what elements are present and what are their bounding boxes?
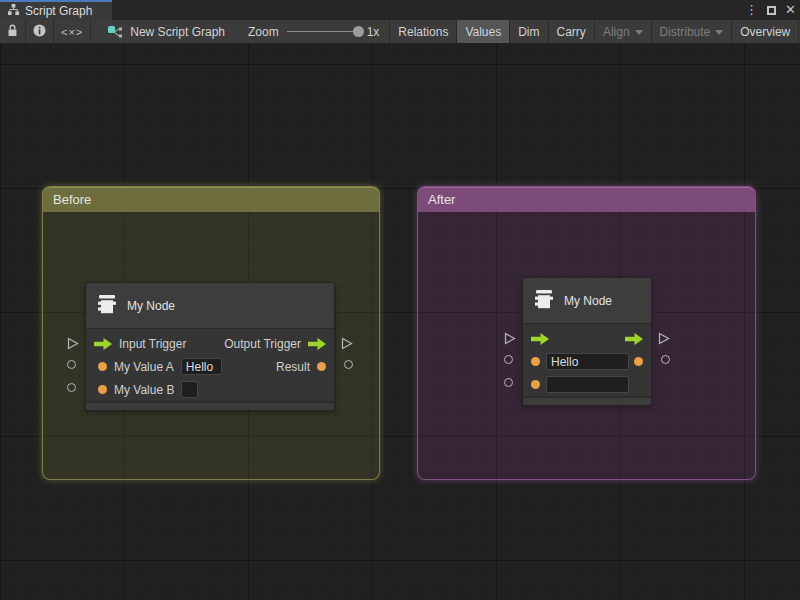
node-after-header[interactable]: My Node [523,278,651,324]
flow-out-port[interactable] [625,333,643,345]
zoom-control: Zoom 1x [232,20,390,43]
port-row [523,327,651,350]
carry-button[interactable]: Carry [549,20,595,43]
port-label-my-value-a: My Value A [114,360,174,374]
external-value-port[interactable] [504,378,513,387]
port-label-my-value-b: My Value B [114,383,174,397]
value-in-port[interactable] [98,385,107,394]
value-in-port[interactable] [531,357,540,366]
info-button[interactable] [26,20,54,43]
unit-icon [532,287,556,315]
group-after-title: After [428,192,455,207]
value-in-port[interactable] [531,380,540,389]
lock-button[interactable] [0,20,26,43]
node-footer [523,396,651,405]
close-icon[interactable]: ✕ [785,0,796,20]
node-before[interactable]: My Node Input Trigger Output Trigger [85,282,335,411]
port-label-result: Result [276,360,310,374]
node-before-header[interactable]: My Node [86,283,334,329]
my-value-a-field[interactable] [546,353,629,370]
port-row [523,350,651,373]
relations-button[interactable]: Relations [390,20,457,43]
group-before-header[interactable]: Before [43,187,379,212]
zoom-value: 1x [367,25,380,39]
tab-bar: Script Graph ⋮ ✕ [0,0,800,20]
graph-canvas[interactable]: Before After [0,44,800,600]
overview-button[interactable]: Overview [732,20,799,43]
external-flow-port[interactable] [67,336,79,354]
graph-asset-name: New Script Graph [130,25,225,39]
zoom-label: Zoom [248,25,279,39]
flow-out-port[interactable] [308,338,326,350]
value-out-port[interactable] [634,357,643,366]
external-value-port[interactable] [504,355,513,364]
node-title: My Node [127,299,175,313]
distribute-dropdown[interactable]: Distribute [652,20,733,43]
node-before-body: Input Trigger Output Trigger My Valu [86,329,334,401]
port-row: My Value B [86,378,334,401]
align-label: Align [603,25,630,39]
port-row [523,373,651,396]
dim-button[interactable]: Dim [510,20,548,43]
menu-dots-icon[interactable]: ⋮ [745,0,758,20]
graph-asset-selector[interactable]: New Script Graph [91,20,232,43]
external-flow-port[interactable] [341,336,353,354]
graph-hierarchy-icon [7,2,20,20]
node-before-wrapper: My Node Input Trigger Output Trigger [85,282,335,411]
external-value-port[interactable] [344,360,353,369]
info-icon [33,24,46,40]
external-value-port[interactable] [67,360,76,369]
window-controls: ⋮ ✕ [745,0,796,20]
script-graph-window: Script Graph ⋮ ✕ [0,0,800,600]
toolbar: <×> New Script Graph Zoom 1x Relations V… [0,20,800,44]
values-button[interactable]: Values [457,20,510,43]
node-footer [86,401,334,410]
external-value-port[interactable] [661,355,670,364]
external-flow-port[interactable] [658,331,670,349]
external-value-port[interactable] [67,383,76,392]
group-after-header[interactable]: After [418,187,755,212]
node-title: My Node [564,294,612,308]
node-after[interactable]: My Node [522,277,652,406]
tab-label: Script Graph [25,4,92,18]
port-row: Input Trigger Output Trigger [86,332,334,355]
script-graph-asset-icon [107,25,123,39]
value-out-port[interactable] [317,362,326,371]
code-preview-button[interactable]: <×> [54,20,91,43]
port-label-output-trigger: Output Trigger [224,337,301,351]
maximize-icon[interactable] [767,6,776,15]
align-dropdown[interactable]: Align [595,20,652,43]
node-after-wrapper: My Node [522,277,652,406]
value-in-port[interactable] [98,362,107,371]
port-row: My Value A Result [86,355,334,378]
external-flow-port[interactable] [504,331,516,349]
port-label-input-trigger: Input Trigger [119,337,186,351]
group-before-title: Before [53,192,91,207]
tab-script-graph[interactable]: Script Graph [0,0,112,20]
chevron-down-icon [715,30,723,35]
my-value-b-field[interactable] [546,376,629,393]
node-after-body [523,324,651,396]
chevron-down-icon [635,30,643,35]
my-value-a-field[interactable] [181,358,222,375]
flow-in-port[interactable] [94,338,112,350]
my-value-b-field[interactable] [181,381,198,398]
zoom-slider[interactable] [287,31,359,32]
unit-icon [95,292,119,320]
code-icon: <×> [61,26,83,38]
lock-icon [7,24,18,40]
distribute-label: Distribute [660,25,711,39]
flow-in-port[interactable] [531,333,549,345]
zoom-slider-handle[interactable] [353,26,364,37]
